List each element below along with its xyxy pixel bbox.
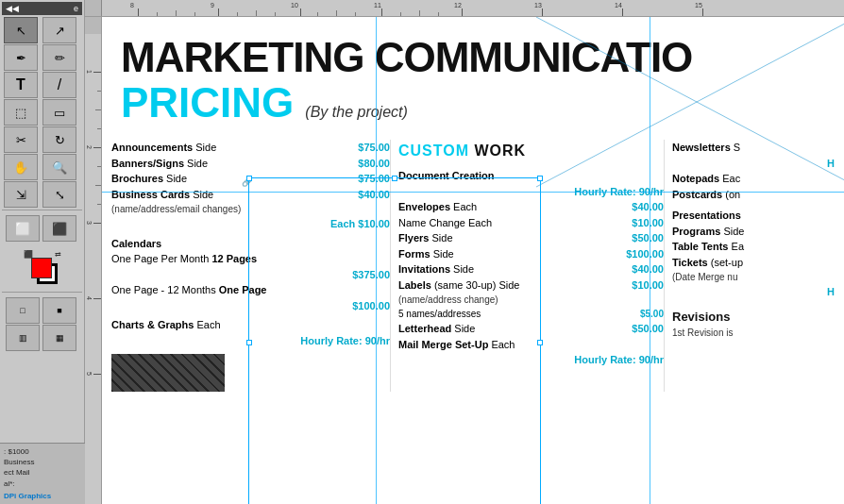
mailmerge-rate: Hourly Rate: 90/hr — [398, 352, 664, 368]
labels-price: $10.00 — [632, 277, 664, 294]
ruler-label-10: 10 — [291, 2, 298, 8]
frame-tool[interactable]: ⬚ — [4, 99, 38, 126]
ruler-label-9: 9 — [211, 2, 214, 8]
brochures-price: $75.00 — [358, 171, 390, 187]
pen-tool[interactable]: ✒ — [4, 44, 38, 71]
forms-label: Forms Side — [398, 246, 454, 262]
doc-creation-label: Document Creation — [398, 168, 664, 184]
notepads-label: Notepads Eac — [672, 171, 740, 187]
direct-select-tool[interactable]: ↗ — [42, 17, 76, 43]
business-cards-note: (name/address/email changes) — [111, 202, 390, 216]
custom-work-header: CUSTOM WORK — [398, 140, 664, 162]
letterhead-price: $50.00 — [632, 321, 664, 337]
banners-price: $80.00 — [358, 156, 390, 172]
column-middle: CUSTOM WORK Document Creation Hourly Rat… — [390, 140, 664, 392]
ruler-label-v1: 1 — [86, 70, 93, 74]
color-swatches: ⬛ ⇄ — [2, 246, 82, 292]
charts-row: Charts & Graphs Each — [111, 317, 390, 333]
slug-mode[interactable]: ▦ — [42, 325, 76, 351]
envelopes-label: Envelopes Each — [398, 199, 477, 215]
business-cards-each: Each $10.00 — [111, 216, 390, 232]
flyers-price: $50.00 — [632, 230, 664, 246]
normal-mode[interactable]: □ — [6, 297, 40, 324]
business-cards-row: Business Cards Side $40.00 — [111, 187, 390, 203]
price-columns: Announcements Side $75.00 Banners/Signs … — [111, 140, 835, 392]
charts-hourly: Hourly Rate: 90/hr — [111, 333, 390, 349]
revisions-header: Revisions — [672, 308, 835, 327]
postcards-label: Postcards (on — [672, 187, 740, 203]
view-normal[interactable]: ⬜ — [6, 215, 40, 242]
zoom-tool[interactable]: 🔍 — [42, 154, 76, 180]
rectangle-tool[interactable]: ▭ — [42, 99, 76, 126]
hand-tool[interactable]: ✋ — [4, 154, 38, 180]
toolbar-label: e — [74, 4, 78, 13]
text-frame-link-icon[interactable]: 🔗 — [242, 177, 251, 187]
name-change-label: Name Change Each — [398, 215, 492, 231]
document-title: MARKETING COMMUNICATIO — [121, 36, 835, 79]
type-tool[interactable]: T — [4, 72, 38, 98]
fill-color[interactable] — [31, 258, 52, 278]
ruler-label-v4: 4 — [86, 296, 93, 300]
presentations-label: Presentations — [672, 208, 835, 224]
mailmerge-row: Mail Merge Set-Up Each — [398, 337, 664, 353]
forms-price: $100.00 — [626, 246, 664, 262]
labels-label: Labels (same 30-up) Side — [398, 277, 519, 294]
announcements-label: Announcements Side — [111, 140, 216, 156]
envelopes-row: Envelopes Each $40.00 — [398, 199, 664, 215]
first-revision-text: 1st Revision is — [672, 326, 835, 340]
invitations-price: $40.00 — [632, 261, 664, 277]
ruler-vertical: 1 2 3 4 5 — [85, 17, 102, 504]
column-right: Newsletters S H Notepads Eac Postcards (… — [664, 140, 835, 392]
scissors-tool[interactable]: ✂ — [4, 126, 38, 153]
ruler-horizontal: 8 9 10 11 12 13 14 15 — [85, 0, 844, 17]
banners-row: Banners/Signs Side $80.00 — [111, 156, 390, 172]
invitations-label: Invitations Side — [398, 261, 474, 277]
canvas-area: 8 9 10 11 12 13 14 15 — [85, 0, 844, 504]
preview-mode[interactable]: ■ — [42, 297, 76, 324]
table-tents-row: Table Tents Ea — [672, 239, 835, 255]
status-text: : $1000 Business ect Mail al*: — [4, 446, 81, 489]
rotate-tool[interactable]: ↻ — [42, 126, 76, 153]
flyers-label: Flyers Side — [398, 230, 453, 246]
ruler-label-11: 11 — [374, 2, 381, 8]
subtitle-pricing: PRICING — [121, 79, 294, 126]
mailmerge-label: Mail Merge Set-Up Each — [398, 337, 515, 353]
app-label: DPi Graphics — [4, 491, 81, 501]
select-tool[interactable]: ↖ — [4, 17, 38, 43]
business-cards-label: Business Cards Side — [111, 187, 213, 203]
calendars-12pages: One Page Per Month 12 Pages — [111, 251, 390, 267]
tickets-price: H — [672, 284, 835, 300]
ruler-label-v5: 5 — [86, 372, 93, 376]
transform-tool[interactable]: ⇲ — [4, 181, 38, 208]
letterhead-row: Letterhead Side $50.00 — [398, 321, 664, 337]
color-swatch-area[interactable]: ⬛ ⇄ — [24, 250, 61, 288]
guide-vertical-2 — [650, 17, 650, 504]
brochures-label: Brochures Side — [111, 171, 187, 187]
free-transform-tool[interactable]: ⤡ — [42, 181, 76, 208]
labels-5names: 5 names/addresses $5.00 — [398, 307, 664, 321]
pencil-tool[interactable]: ✏ — [42, 44, 76, 71]
title-text: MARKETING COMMUNICATIO — [121, 34, 692, 80]
ruler-label-13: 13 — [534, 2, 542, 8]
toolbar-collapse[interactable]: ◀◀ — [6, 4, 19, 13]
envelopes-price: $40.00 — [632, 199, 664, 215]
subtitle-note: (By the project) — [305, 104, 407, 121]
guide-horizontal-1 — [102, 192, 844, 193]
ruler-label-8: 8 — [130, 2, 134, 8]
calendars-onepage: One Page - 12 Months One Page — [111, 282, 390, 298]
newsletters-label: Newsletters S — [672, 140, 740, 156]
image-placeholder — [111, 354, 225, 392]
swap-colors-icon[interactable]: ⇄ — [55, 250, 61, 259]
line-tool[interactable]: / — [42, 72, 76, 98]
view-preview[interactable]: ⬛ — [42, 215, 76, 242]
calendars-price-2: $100.00 — [111, 298, 390, 314]
document-content: MARKETING COMMUNICATIO PRICING (By the p… — [102, 17, 844, 504]
bleed-mode[interactable]: ▥ — [6, 325, 40, 351]
subtitle-row: PRICING (By the project) — [121, 79, 835, 126]
ruler-label-v3: 3 — [86, 221, 93, 225]
business-cards-price: $40.00 — [358, 187, 390, 203]
toolbar: ◀◀ e ↖ ↗ ✒ ✏ T / ⬚ ▭ ✂ ↻ ✋ 🔍 ⇲ ⤡ ⬜ ⬛ ⬛ — [0, 0, 85, 504]
programs-row: Programs Side — [672, 224, 835, 240]
five-names-price: $5.00 — [640, 307, 664, 321]
letterhead-label: Letterhead Side — [398, 321, 475, 337]
